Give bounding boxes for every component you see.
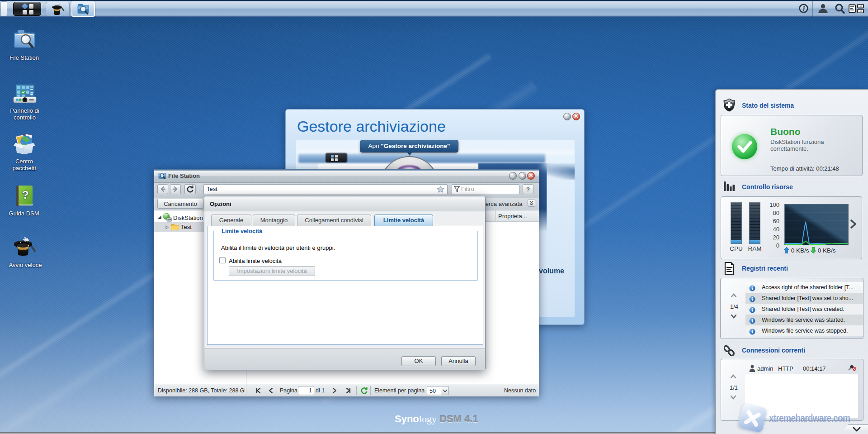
svg-text:?: ? <box>22 189 28 201</box>
